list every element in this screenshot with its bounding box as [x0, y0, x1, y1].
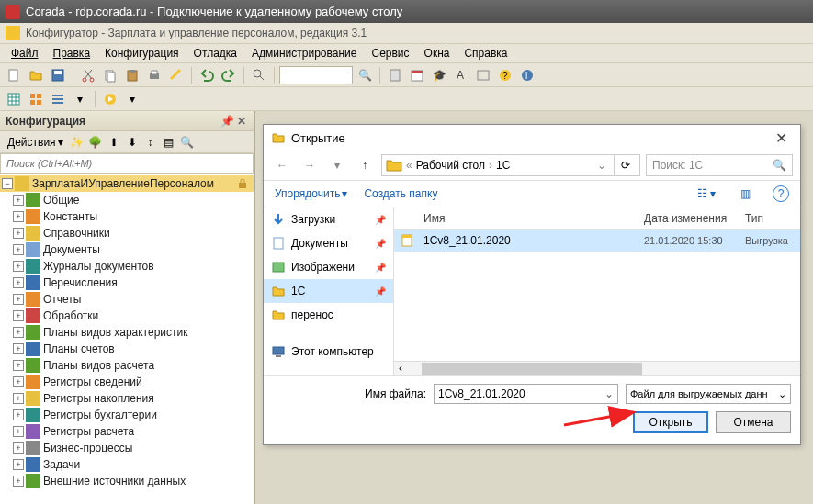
cancel-button[interactable]: Отмена	[716, 411, 791, 433]
tb-combo[interactable]	[279, 66, 353, 84]
sidebar-item[interactable]: 1С📌	[264, 279, 393, 303]
tree-item[interactable]: +Планы видов характеристик	[0, 324, 254, 341]
col-name[interactable]: Имя	[420, 212, 644, 225]
panel-pin-icon[interactable]: 📌	[220, 115, 233, 128]
tb-new-icon[interactable]	[4, 65, 24, 85]
tb2-table-icon[interactable]	[4, 89, 24, 109]
tb-info-icon[interactable]: i	[517, 65, 537, 85]
tb-brush-icon[interactable]	[166, 65, 186, 85]
action-find-icon[interactable]: 🔍	[179, 134, 196, 151]
tb2-grid-icon[interactable]	[26, 89, 46, 109]
menu-config[interactable]: Конфигурация	[99, 45, 185, 62]
svg-rect-27	[52, 98, 63, 100]
menu-windows[interactable]: Окна	[419, 45, 456, 62]
tb-help-icon[interactable]: ?	[495, 65, 515, 85]
tree-item[interactable]: +Журналы документов	[0, 258, 254, 274]
action-tree-icon[interactable]: 🌳	[87, 134, 104, 151]
tree-item[interactable]: +Задачи	[0, 456, 254, 473]
view-mode-icon[interactable]: ☷ ▾	[695, 184, 717, 204]
filename-dropdown-icon[interactable]: ⌄	[604, 387, 614, 400]
col-type[interactable]: Тип	[745, 212, 800, 225]
file-name: 1Cv8_21.01.2020	[420, 234, 644, 247]
sidebar-item[interactable]: Документы📌	[264, 231, 393, 255]
dialog-search-input[interactable]: Поиск: 1С 🔍	[646, 154, 793, 176]
tb-calendar-icon[interactable]	[407, 65, 427, 85]
config-tree[interactable]: − ЗарплатаИУправлениеПерсоналом +Общие+К…	[0, 174, 254, 504]
menu-file[interactable]: Файл	[6, 45, 44, 62]
sidebar-item-label: Загрузки	[291, 213, 335, 226]
new-folder-button[interactable]: Создать папку	[364, 187, 437, 200]
tb2-play-icon[interactable]	[100, 89, 120, 109]
menu-debug[interactable]: Отладка	[188, 45, 243, 62]
tree-item[interactable]: +Регистры сведений	[0, 374, 254, 390]
horizontal-scrollbar[interactable]: ‹	[394, 361, 800, 375]
tb-open-icon[interactable]	[26, 65, 46, 85]
tb-paste-icon[interactable]	[122, 65, 142, 85]
tree-item[interactable]: +Общие	[0, 192, 254, 208]
pin-icon: 📌	[375, 215, 386, 225]
tb-print-icon[interactable]	[144, 65, 164, 85]
tb-save-icon[interactable]	[48, 65, 68, 85]
tb-grad-icon[interactable]: 🎓	[429, 65, 449, 85]
menu-service[interactable]: Сервис	[366, 45, 414, 62]
tree-item[interactable]: +Справочники	[0, 225, 254, 241]
tb2-list-icon[interactable]	[48, 89, 68, 109]
tree-item[interactable]: +Обработки	[0, 308, 254, 324]
path-bar[interactable]: « Рабочий стол › 1С ⌄ ⟳	[381, 154, 640, 176]
config-search-input[interactable]	[0, 153, 254, 174]
col-date[interactable]: Дата изменения	[644, 212, 745, 225]
open-button[interactable]: Открыть	[633, 411, 708, 433]
sidebar-item[interactable]: Изображени📌	[264, 255, 393, 279]
tb-search-icon[interactable]: 🔍	[355, 65, 375, 85]
action-filter-icon[interactable]: ▤	[161, 134, 177, 151]
tb-window-icon[interactable]	[473, 65, 493, 85]
path-seg-desktop[interactable]: Рабочий стол	[416, 159, 485, 172]
file-row[interactable]: 1Cv8_21.01.202021.01.2020 15:30Выгрузка	[394, 230, 800, 252]
preview-pane-icon[interactable]: ▥	[734, 184, 756, 204]
nav-up-icon[interactable]: ↑	[354, 154, 376, 176]
action-up-icon[interactable]: ⬆	[106, 134, 122, 151]
panel-close-icon[interactable]: ✕	[235, 115, 248, 128]
sidebar-item[interactable]: перенос	[264, 303, 393, 327]
organize-dropdown[interactable]: Упорядочить ▾	[275, 187, 347, 200]
tree-item[interactable]: +Планы счетов	[0, 341, 254, 357]
tree-item[interactable]: +Регистры расчета	[0, 423, 254, 440]
menu-help[interactable]: Справка	[458, 45, 513, 62]
filetype-filter[interactable]: Файл для выгружаемых данн ⌄	[626, 384, 791, 404]
tb-find-icon[interactable]	[249, 65, 269, 85]
tree-item[interactable]: +Внешние источники данных	[0, 473, 254, 489]
menu-admin[interactable]: Администрирование	[246, 45, 362, 62]
tree-item[interactable]: +Регистры накопления	[0, 390, 254, 407]
nav-back-icon[interactable]: ←	[271, 154, 293, 176]
tb2-dropdown-icon[interactable]: ▾	[70, 89, 90, 109]
tb-cut-icon[interactable]	[78, 65, 98, 85]
tree-item[interactable]: +Регистры бухгалтерии	[0, 407, 254, 423]
tb-copy-icon[interactable]	[100, 65, 120, 85]
actions-dropdown[interactable]: Действия ▾	[4, 134, 67, 151]
path-dropdown-icon[interactable]: ⌄	[593, 159, 610, 172]
sidebar-item[interactable]: Этот компьютер	[264, 340, 393, 364]
refresh-icon[interactable]: ⟳	[614, 154, 636, 176]
menu-edit[interactable]: Правка	[48, 45, 96, 62]
tree-item[interactable]: +Планы видов расчета	[0, 357, 254, 374]
tb2-play-dd-icon[interactable]: ▾	[122, 89, 142, 109]
tree-item[interactable]: +Перечисления	[0, 274, 254, 291]
filename-input[interactable]: 1Cv8_21.01.2020 ⌄	[434, 384, 618, 404]
tree-item[interactable]: +Бизнес-процессы	[0, 440, 254, 456]
tree-item[interactable]: +Документы	[0, 241, 254, 258]
nav-dd-icon[interactable]: ▾	[326, 154, 348, 176]
path-seg-1c[interactable]: 1С	[496, 159, 510, 172]
help-icon[interactable]: ?	[773, 185, 789, 202]
action-sort-icon[interactable]: ↕	[142, 134, 159, 151]
action-wand-icon[interactable]: ✨	[69, 134, 85, 151]
tree-root[interactable]: − ЗарплатаИУправлениеПерсоналом	[0, 175, 254, 192]
tb-redo-icon[interactable]	[219, 65, 239, 85]
tb-calc-icon[interactable]	[385, 65, 405, 85]
tb-undo-icon[interactable]	[197, 65, 217, 85]
dialog-close-icon[interactable]: ✕	[770, 129, 793, 147]
sidebar-item[interactable]: Загрузки📌	[264, 207, 393, 231]
tb-a-icon[interactable]: A	[451, 65, 471, 85]
action-down-icon[interactable]: ⬇	[124, 134, 141, 151]
tree-item[interactable]: +Отчеты	[0, 291, 254, 308]
tree-item[interactable]: +Константы	[0, 208, 254, 225]
